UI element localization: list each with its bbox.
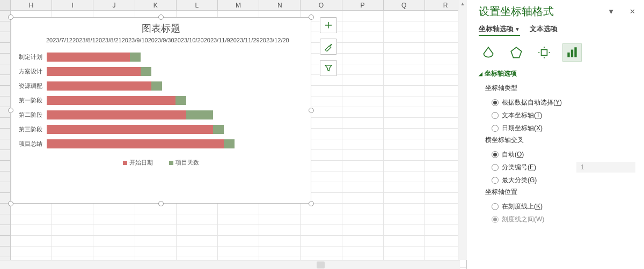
cell[interactable] bbox=[52, 225, 93, 236]
row-header[interactable] bbox=[0, 214, 11, 225]
bar-segment-start-date[interactable] bbox=[47, 110, 186, 119]
cell[interactable] bbox=[384, 64, 425, 75]
bar-row[interactable]: 第二阶段 bbox=[19, 108, 300, 122]
effects-icon[interactable] bbox=[507, 43, 526, 62]
row-header[interactable] bbox=[0, 21, 11, 32]
axis-options-icon[interactable] bbox=[562, 43, 582, 62]
cell[interactable] bbox=[52, 246, 93, 257]
cell[interactable] bbox=[52, 214, 93, 225]
cell[interactable] bbox=[93, 246, 135, 257]
col-header[interactable]: Q bbox=[384, 0, 425, 10]
cell[interactable] bbox=[218, 204, 259, 214]
cell[interactable] bbox=[301, 204, 342, 214]
row-header[interactable] bbox=[0, 171, 11, 182]
vertical-scrollbar[interactable]: ▲ bbox=[458, 0, 467, 260]
cell[interactable] bbox=[218, 236, 259, 246]
bar-segment-start-date[interactable] bbox=[47, 67, 141, 76]
bar-row[interactable]: 制定计划 bbox=[19, 50, 300, 64]
cell[interactable] bbox=[384, 32, 425, 43]
cell[interactable] bbox=[384, 54, 425, 64]
cell[interactable] bbox=[259, 225, 301, 236]
scrollbar-thumb[interactable] bbox=[317, 261, 325, 268]
cell[interactable] bbox=[135, 236, 177, 246]
cell[interactable] bbox=[384, 246, 425, 257]
chart-title[interactable]: 图表标题 bbox=[11, 18, 311, 37]
fill-line-icon[interactable] bbox=[479, 43, 498, 62]
bar-segment-start-date[interactable] bbox=[47, 81, 151, 91]
bar-row[interactable]: 项目总结 bbox=[19, 137, 300, 151]
horizontal-scrollbar[interactable] bbox=[0, 260, 460, 269]
cell[interactable] bbox=[11, 214, 52, 225]
bar-segment-start-date[interactable] bbox=[47, 96, 175, 105]
radio-date-axis[interactable]: 日期坐标轴(X) bbox=[479, 122, 635, 134]
cell[interactable] bbox=[11, 204, 52, 214]
row-header[interactable] bbox=[0, 150, 11, 161]
cell[interactable] bbox=[342, 193, 384, 204]
cell[interactable] bbox=[93, 236, 135, 246]
cell[interactable] bbox=[342, 75, 384, 86]
col-header[interactable]: K bbox=[135, 0, 177, 10]
cell[interactable] bbox=[342, 204, 384, 214]
radio-cross-auto[interactable]: 自动(O) bbox=[479, 148, 635, 161]
resize-handle[interactable] bbox=[8, 108, 13, 113]
row-header[interactable] bbox=[0, 246, 11, 257]
cell[interactable] bbox=[301, 225, 342, 236]
cell[interactable] bbox=[384, 193, 425, 204]
cell[interactable] bbox=[218, 214, 259, 225]
bar-segment-days[interactable] bbox=[186, 110, 213, 119]
bar-row[interactable]: 方案设计 bbox=[19, 64, 300, 78]
cell[interactable] bbox=[218, 225, 259, 236]
cell[interactable] bbox=[301, 214, 342, 225]
row-header[interactable] bbox=[0, 225, 11, 236]
bar-segment-start-date[interactable] bbox=[47, 53, 130, 62]
row-header[interactable] bbox=[0, 236, 11, 246]
cell[interactable] bbox=[384, 161, 425, 171]
chart-styles-button[interactable] bbox=[320, 39, 337, 55]
cell[interactable] bbox=[384, 43, 425, 54]
radio-on-tick[interactable]: 在刻度线上(K) bbox=[479, 200, 635, 213]
cell[interactable] bbox=[384, 225, 425, 236]
select-all-corner[interactable] bbox=[0, 0, 11, 10]
cell[interactable] bbox=[11, 236, 52, 246]
row-header[interactable] bbox=[0, 43, 11, 54]
col-header[interactable]: N bbox=[259, 0, 301, 10]
cell[interactable] bbox=[384, 96, 425, 107]
cell[interactable] bbox=[11, 246, 52, 257]
cell[interactable] bbox=[259, 204, 301, 214]
cell[interactable] bbox=[93, 204, 135, 214]
row-header[interactable] bbox=[0, 139, 11, 150]
cell[interactable] bbox=[301, 236, 342, 246]
size-properties-icon[interactable] bbox=[535, 43, 554, 62]
cell[interactable] bbox=[342, 32, 384, 43]
cell[interactable] bbox=[135, 225, 177, 236]
radio-between-ticks[interactable]: 刻度线之间(W) bbox=[479, 213, 635, 226]
cell[interactable] bbox=[301, 246, 342, 257]
panel-close-icon[interactable]: ✕ bbox=[630, 8, 635, 16]
col-header[interactable]: J bbox=[93, 0, 135, 10]
resize-handle[interactable] bbox=[158, 14, 164, 20]
cell[interactable] bbox=[342, 107, 384, 118]
cell[interactable] bbox=[93, 225, 135, 236]
cell[interactable] bbox=[218, 246, 259, 257]
bar-row[interactable]: 资源调配 bbox=[19, 79, 300, 93]
cell[interactable] bbox=[135, 204, 177, 214]
bar-segment-start-date[interactable] bbox=[47, 125, 213, 134]
bar-segment-days[interactable] bbox=[151, 81, 162, 91]
cell[interactable] bbox=[342, 118, 384, 129]
cell[interactable] bbox=[11, 225, 52, 236]
cell[interactable] bbox=[384, 129, 425, 139]
cell[interactable] bbox=[384, 11, 425, 21]
cell[interactable] bbox=[342, 214, 384, 225]
cell[interactable] bbox=[384, 182, 425, 193]
row-header[interactable] bbox=[0, 182, 11, 193]
cell[interactable] bbox=[259, 236, 301, 246]
cell[interactable] bbox=[342, 54, 384, 64]
cell[interactable] bbox=[342, 86, 384, 96]
row-header[interactable] bbox=[0, 129, 11, 139]
chart-filters-button[interactable] bbox=[320, 60, 337, 76]
radio-cross-max[interactable]: 最大分类(G) bbox=[479, 174, 635, 186]
cell[interactable] bbox=[135, 246, 177, 257]
col-header[interactable]: I bbox=[52, 0, 93, 10]
resize-handle[interactable] bbox=[309, 201, 314, 206]
cell[interactable] bbox=[52, 236, 93, 246]
